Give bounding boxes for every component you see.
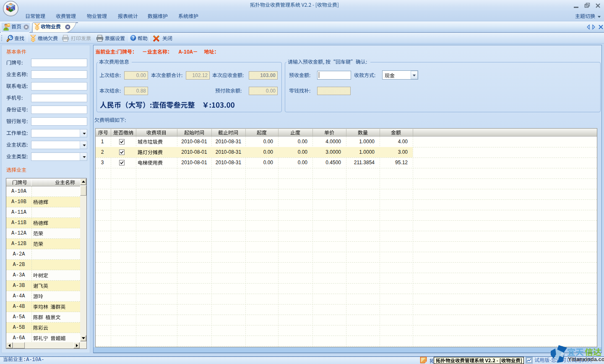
svg-text:?: ?	[132, 35, 134, 40]
